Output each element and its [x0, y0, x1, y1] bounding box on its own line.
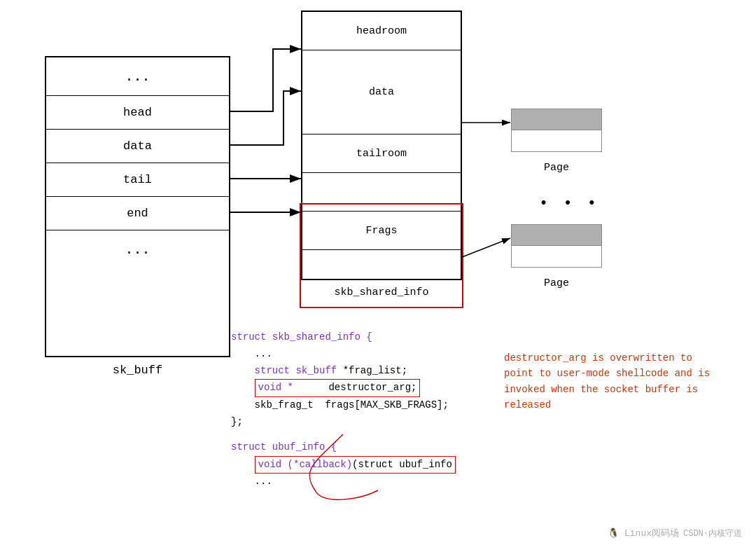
sk-buff-box: ... head data tail end ... sk_buff: [45, 56, 230, 357]
code-line-7: struct ubuf_info {: [231, 439, 456, 456]
code-line-1: struct skb_shared_info {: [231, 329, 456, 346]
sk-buff-row-data: data: [46, 130, 229, 163]
code-blank: [231, 431, 456, 439]
code-callback-highlight: void (*callback)(struct ubuf_info: [255, 456, 456, 474]
arrow-head-to-data: [230, 49, 301, 111]
arrow-data-to-data: [230, 91, 301, 145]
code-section: struct skb_shared_info { ... struct sk_b…: [231, 329, 456, 490]
code-keyword-7: struct ubuf_info {: [231, 441, 337, 453]
watermark: 🐧 Linux阅码场 CSDN·内核守道: [608, 527, 742, 539]
page-label-1: Page: [511, 162, 602, 174]
sk-buff-row-dots2: ...: [46, 230, 229, 269]
page-top-2: [512, 225, 601, 246]
diagram-container: ... head data tail end ... sk_buff headr…: [0, 0, 756, 552]
code-line-8: void (*callback)(struct ubuf_info: [231, 456, 456, 474]
code-line-9: ...: [231, 474, 456, 490]
shared-info-tailroom: tailroom: [302, 134, 461, 173]
sk-buff-label: sk_buff: [46, 364, 229, 377]
dots-between-pages: • • •: [539, 195, 599, 212]
page-bottom-1: [512, 130, 601, 151]
code-line-5: skb_frag_t frags[MAX_SKB_FRAGS];: [231, 397, 456, 414]
code-keyword-3: struct sk_buff: [255, 365, 337, 376]
sk-buff-row-head: head: [46, 96, 229, 130]
code-line-3: struct sk_buff *frag_list;: [231, 363, 456, 380]
page-box-2: [511, 224, 602, 268]
page-top-1: [512, 109, 601, 130]
code-line-4: void * destructor_arg;: [231, 379, 456, 397]
sk-buff-row-dots1: ...: [46, 57, 229, 96]
watermark-csdn: CSDN·内核守道: [683, 527, 742, 539]
page-label-2: Page: [511, 277, 602, 289]
watermark-logo: 🐧 Linux阅码场: [608, 527, 679, 539]
code-normal-2: ...: [231, 348, 272, 359]
page-bottom-2: [512, 246, 601, 267]
sk-buff-row-end: end: [46, 197, 229, 230]
code-line-2: ...: [231, 346, 456, 363]
code-keyword-1: struct skb_shared_info {: [231, 331, 372, 343]
code-line-6: };: [231, 414, 456, 431]
shared-info-data: data: [302, 50, 461, 134]
shared-info-headroom: headroom: [302, 12, 461, 50]
frags-section: [300, 203, 463, 308]
sk-buff-row-tail: tail: [46, 163, 229, 197]
annotation-text: destructor_arg is overwritten to point t…: [504, 350, 721, 413]
arrow-frags-to-page2: [462, 238, 510, 257]
code-destructor-highlight: void * destructor_arg;: [255, 379, 421, 397]
page-box-1: [511, 109, 602, 152]
